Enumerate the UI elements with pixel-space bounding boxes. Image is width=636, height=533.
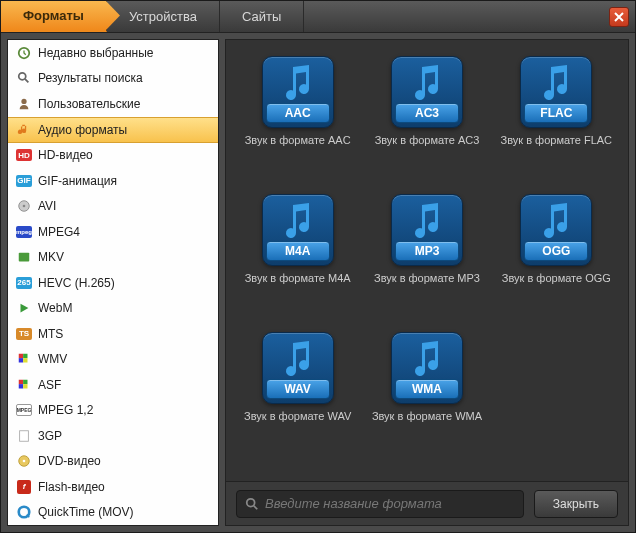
user-icon <box>16 96 32 112</box>
sidebar-item[interactable]: Пользовательские <box>8 91 218 117</box>
format-code-badge: AC3 <box>395 103 459 123</box>
close-button[interactable]: Закрыть <box>534 490 618 518</box>
sidebar-item-label: WMV <box>38 352 67 366</box>
format-tile-icon: M4A <box>262 194 334 266</box>
svg-rect-15 <box>23 384 27 388</box>
format-item[interactable]: AACЗвук в формате AAC <box>236 56 359 176</box>
hd-icon: HD <box>16 147 32 163</box>
dialog-window: Форматы Устройства Сайты Недавно выбранн… <box>0 0 636 533</box>
sidebar-item[interactable]: DVD-видео <box>8 449 218 475</box>
sidebar-item[interactable]: Результаты поиска <box>8 66 218 92</box>
sidebar-item[interactable]: WebM <box>8 296 218 322</box>
svg-line-2 <box>25 79 29 83</box>
sidebar-item[interactable]: GIFGIF-анимация <box>8 168 218 194</box>
search-icon <box>245 497 259 511</box>
sidebar-item-label: 3GP <box>38 429 62 443</box>
audio-icon <box>16 122 32 138</box>
format-tile-icon: MP3 <box>391 194 463 266</box>
sidebar-item[interactable]: TSMTS <box>8 321 218 347</box>
svg-rect-8 <box>19 354 23 358</box>
svg-point-1 <box>19 73 26 80</box>
sidebar-item[interactable]: MPEGMPEG 1,2 <box>8 398 218 424</box>
sidebar-item[interactable]: ASF <box>8 372 218 398</box>
flash-icon: f <box>16 479 32 495</box>
sidebar-item[interactable]: 3GP <box>8 423 218 449</box>
search-icon <box>16 70 32 86</box>
tab-devices[interactable]: Устройства <box>107 1 220 32</box>
sidebar-item-label: HD-видео <box>38 148 93 162</box>
format-label: Звук в формате MP3 <box>374 272 480 284</box>
format-label: Звук в формате AAC <box>245 134 351 146</box>
format-item[interactable]: FLACЗвук в формате FLAC <box>495 56 618 176</box>
format-item[interactable]: WMAЗвук в формате WMA <box>365 332 488 452</box>
svg-rect-9 <box>23 354 27 358</box>
svg-rect-16 <box>20 431 29 442</box>
format-item[interactable]: OGGЗвук в формате OGG <box>495 194 618 314</box>
sidebar-item[interactable]: fFlash-видео <box>8 474 218 500</box>
svg-point-5 <box>23 205 26 208</box>
dialog-body: Недавно выбранныеРезультаты поискаПользо… <box>1 33 635 532</box>
sidebar-item-label: ASF <box>38 378 61 392</box>
265-icon: 265 <box>16 275 32 291</box>
sidebar-item[interactable]: mpegMPEG4 <box>8 219 218 245</box>
sidebar-item[interactable]: MKV <box>8 245 218 271</box>
sidebar-item-label: Аудио форматы <box>38 123 127 137</box>
music-note-icon <box>539 63 573 103</box>
sidebar-item[interactable]: WMV <box>8 347 218 373</box>
sidebar-item[interactable]: QuickTime (MOV) <box>8 500 218 526</box>
qt-icon <box>16 504 32 520</box>
mkv-icon <box>16 249 32 265</box>
format-label: Звук в формате M4A <box>245 272 351 284</box>
svg-rect-12 <box>19 380 23 384</box>
sidebar-item[interactable]: HDHD-видео <box>8 143 218 169</box>
format-item[interactable]: MP3Звук в формате MP3 <box>365 194 488 314</box>
format-code-badge: FLAC <box>524 103 588 123</box>
music-note-icon <box>281 339 315 379</box>
sidebar-item-label: HEVC (H.265) <box>38 276 115 290</box>
format-tile-icon: WAV <box>262 332 334 404</box>
sidebar-item-label: MKV <box>38 250 64 264</box>
format-tile-icon: AAC <box>262 56 334 128</box>
format-code-badge: AAC <box>266 103 330 123</box>
svg-point-3 <box>21 99 26 104</box>
format-tile-icon: WMA <box>391 332 463 404</box>
clock-icon <box>16 45 32 61</box>
gif-icon: GIF <box>16 173 32 189</box>
format-code-badge: WAV <box>266 379 330 399</box>
format-item[interactable]: M4AЗвук в формате M4A <box>236 194 359 314</box>
music-note-icon <box>281 201 315 241</box>
tab-label: Устройства <box>129 9 197 24</box>
sidebar-item-label: MTS <box>38 327 63 341</box>
content-panel: AACЗвук в формате AACAC3Звук в формате A… <box>225 39 629 526</box>
tab-label: Сайты <box>242 9 281 24</box>
format-code-badge: OGG <box>524 241 588 261</box>
window-close-button[interactable] <box>609 7 629 27</box>
sidebar-item-label: Недавно выбранные <box>38 46 154 60</box>
tab-label: Форматы <box>23 8 84 23</box>
music-note-icon <box>539 201 573 241</box>
sidebar-item-label: GIF-анимация <box>38 174 117 188</box>
svg-rect-14 <box>19 384 23 388</box>
tab-formats[interactable]: Форматы <box>1 1 107 32</box>
sidebar-item[interactable]: 265HEVC (H.265) <box>8 270 218 296</box>
play-icon <box>16 300 32 316</box>
format-item[interactable]: WAVЗвук в формате WAV <box>236 332 359 452</box>
search-input[interactable] <box>265 496 515 511</box>
format-label: Звук в формате WAV <box>244 410 351 422</box>
sidebar-item-label: QuickTime (MOV) <box>38 505 134 519</box>
format-label: Звук в формате WMA <box>372 410 482 422</box>
tab-bar: Форматы Устройства Сайты <box>1 1 635 33</box>
svg-line-21 <box>254 505 258 509</box>
tab-sites[interactable]: Сайты <box>220 1 304 32</box>
format-tile-icon: FLAC <box>520 56 592 128</box>
disc-icon <box>16 198 32 214</box>
format-label: Звук в формате FLAC <box>501 134 612 146</box>
mpeg12-icon: MPEG <box>16 402 32 418</box>
flag-icon <box>16 377 32 393</box>
sidebar-item[interactable]: Недавно выбранные <box>8 40 218 66</box>
format-item[interactable]: AC3Звук в формате AC3 <box>365 56 488 176</box>
sidebar-item[interactable]: AVI <box>8 194 218 220</box>
formats-grid: AACЗвук в формате AACAC3Звук в формате A… <box>226 40 628 481</box>
sidebar-item[interactable]: Аудио форматы <box>8 117 218 143</box>
format-code-badge: M4A <box>266 241 330 261</box>
